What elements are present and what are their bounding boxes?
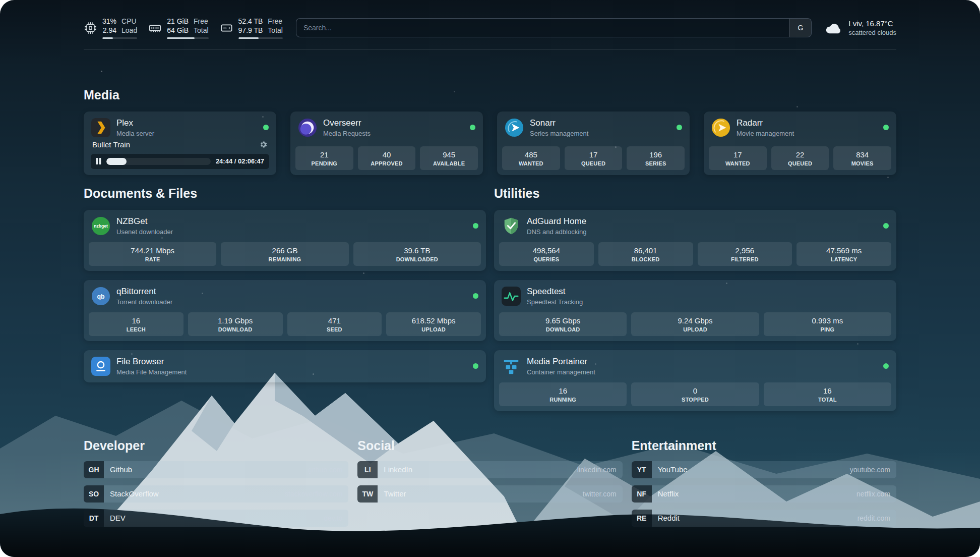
service-card-adguard[interactable]: AdGuard Home DNS and adblocking 498,564 …: [494, 210, 896, 271]
bookmark-dev[interactable]: DT DEV dev.to: [84, 510, 348, 527]
plex-icon: [91, 118, 110, 137]
stat-download: 9.65 Gbps DOWNLOAD: [499, 312, 627, 336]
search-input[interactable]: [296, 19, 789, 37]
stat-upload: 618.52 Mbps UPLOAD: [386, 312, 481, 336]
playback-progress-bar: 24:44 / 02:06:47: [91, 154, 269, 169]
service-desc: DNS and adblocking: [527, 228, 587, 236]
bookmark-reddit[interactable]: RE Reddit reddit.com: [632, 510, 896, 527]
status-dot-online: [473, 293, 478, 299]
qbittorrent-icon: qb: [91, 287, 110, 306]
service-desc: Movie management: [737, 130, 794, 137]
speedtest-icon: [502, 287, 521, 306]
bookmark-group-developer: Developer GH Github github.com SO StackO…: [84, 438, 348, 527]
stat-remaining: 266 GB REMAINING: [221, 242, 348, 266]
pause-icon: [96, 158, 101, 164]
bookmark-group-entertainment: Entertainment YT YouTube youtube.com NF …: [632, 438, 896, 527]
service-desc: Usenet downloader: [116, 228, 173, 236]
cpu-usage-bar: [102, 37, 137, 39]
bookmark-youtube[interactable]: YT YouTube youtube.com: [632, 461, 896, 478]
stat-seed: 471 SEED: [287, 312, 382, 336]
search-bar: G: [296, 18, 812, 37]
resource-values: 31% 2.94: [102, 17, 116, 35]
service-name: NZBGet: [116, 216, 173, 227]
status-dot-online: [470, 125, 475, 130]
service-card-portainer[interactable]: Media Portainer Container management 16 …: [494, 350, 896, 411]
memory-icon: [148, 21, 162, 35]
stat-running: 16 RUNNING: [499, 382, 627, 406]
bookmark-netflix[interactable]: NF Netflix netflix.com: [632, 485, 896, 503]
section-title-documents: Documents & Files: [84, 186, 486, 201]
bookmark-twitter[interactable]: TW Twitter twitter.com: [357, 485, 622, 503]
service-desc: Torrent downloader: [116, 298, 172, 306]
plex-now-playing: Bullet Train 24: [89, 139, 271, 170]
service-name: Speedtest: [527, 287, 583, 297]
status-dot-online: [883, 363, 889, 369]
stat-wanted: 17 WANTED: [709, 146, 767, 170]
resource-values: 52.4 TB 97.9 TB: [238, 17, 263, 35]
filebrowser-icon: [91, 357, 110, 376]
service-card-filebrowser[interactable]: File Browser Media File Management: [84, 350, 486, 382]
service-name: Sonarr: [530, 118, 588, 128]
service-name: AdGuard Home: [527, 216, 587, 227]
status-dot-online: [677, 125, 682, 130]
bookmark-group-social: Social LI LinkedIn linkedin.com TW Twitt…: [357, 438, 622, 527]
section-title-media: Media: [84, 88, 896, 102]
bookmark-github[interactable]: GH Github github.com: [84, 461, 348, 478]
resource-labels: Free Total: [268, 17, 283, 35]
adguard-icon: [502, 216, 521, 236]
status-dot-online: [263, 125, 269, 130]
stat-queries: 498,564 QUERIES: [499, 242, 594, 266]
service-card-overseerr[interactable]: Overseerr Media Requests 21 PENDING 40 A…: [290, 112, 483, 175]
resource-labels: Free Total: [194, 17, 209, 35]
stat-series: 196 SERIES: [627, 146, 685, 170]
section-title-entertainment: Entertainment: [632, 438, 896, 453]
stat-pending: 21 PENDING: [295, 146, 353, 170]
stat-upload: 9.24 Gbps UPLOAD: [631, 312, 759, 336]
service-name: Radarr: [737, 118, 794, 128]
resource-values: 21 GiB 64 GiB: [167, 17, 189, 35]
stat-movies: 834 MOVIES: [833, 146, 891, 170]
header-divider: [84, 49, 896, 49]
playback-time: 24:44 / 02:06:47: [216, 157, 264, 165]
service-card-nzbget[interactable]: nzbget NZBGet Usenet downloader 744.21 M…: [84, 210, 486, 271]
stat-rate: 744.21 Mbps RATE: [89, 242, 216, 266]
resource-widget-disk: 52.4 TB 97.9 TB Free Total: [220, 17, 283, 39]
search-provider-button[interactable]: G: [789, 19, 811, 37]
stat-filtered: 2,956 FILTERED: [698, 242, 792, 266]
stat-available: 945 AVAILABLE: [420, 146, 478, 170]
overseerr-icon: [298, 118, 317, 137]
stat-latency: 47.569 ms LATENCY: [797, 242, 891, 266]
bookmark-stackoverflow[interactable]: SO StackOverflow stackoverflow.com: [84, 485, 348, 503]
portainer-icon: [502, 357, 521, 376]
service-card-radarr[interactable]: Radarr Movie management 17 WANTED 22 QUE…: [704, 112, 896, 175]
service-desc: Media Requests: [323, 130, 371, 137]
service-name: Plex: [116, 118, 154, 128]
stat-download: 1.19 Gbps DOWNLOAD: [188, 312, 283, 336]
stat-stopped: 0 STOPPED: [631, 382, 759, 406]
service-desc: Speedtest Tracking: [527, 298, 583, 306]
service-card-speedtest[interactable]: Speedtest Speedtest Tracking 9.65 Gbps D…: [494, 280, 896, 341]
service-name: File Browser: [116, 357, 187, 367]
status-dot-online: [883, 125, 889, 130]
stat-queued: 17 QUEUED: [565, 146, 623, 170]
service-name: qBittorrent: [116, 287, 172, 297]
svg-text:nzbget: nzbget: [94, 224, 108, 229]
section-title-social: Social: [357, 438, 622, 453]
stat-downloaded: 39.6 TB DOWNLOADED: [353, 242, 481, 266]
stat-blocked: 86,401 BLOCKED: [598, 242, 693, 266]
service-desc: Media File Management: [116, 368, 187, 376]
column-documents: Documents & Files nzbget NZBGet Usenet d…: [84, 186, 486, 411]
status-dot-online: [473, 363, 478, 369]
stat-leech: 16 LEECH: [89, 312, 183, 336]
radarr-icon: [711, 118, 730, 137]
service-desc: Media server: [116, 130, 154, 137]
bookmark-linkedin[interactable]: LI LinkedIn linkedin.com: [357, 461, 622, 478]
section-title-developer: Developer: [84, 438, 348, 453]
service-card-plex[interactable]: Plex Media server Bullet Train: [84, 112, 276, 175]
disk-usage-bar: [238, 37, 283, 39]
now-playing-title: Bullet Train: [92, 140, 130, 149]
service-card-sonarr[interactable]: Sonarr Series management 485 WANTED 17 Q…: [497, 112, 690, 175]
gear-icon[interactable]: [259, 140, 268, 149]
service-card-qbittorrent[interactable]: qb qBittorrent Torrent downloader 16: [84, 280, 486, 341]
service-name: Media Portainer: [527, 357, 595, 367]
